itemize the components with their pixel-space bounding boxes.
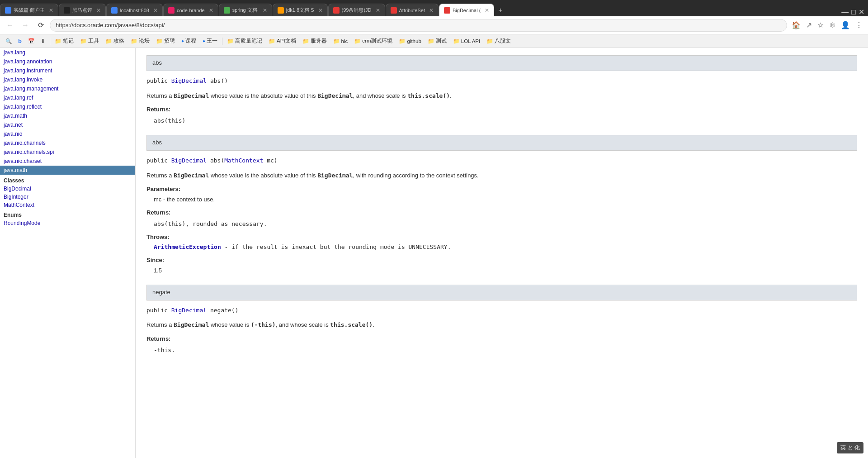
- bookmark-logo[interactable]: b: [15, 37, 24, 45]
- folder-icon: 📁: [333, 38, 340, 44]
- sidebar-item-java-nio-charset[interactable]: java.nio.charset: [0, 157, 135, 166]
- tab-4[interactable]: code-brande ✕: [163, 4, 218, 16]
- address-input[interactable]: [50, 19, 787, 32]
- tab-close-2[interactable]: ✕: [96, 7, 101, 14]
- sidebar-item-java-nio-channels[interactable]: java.nio.channels: [0, 138, 135, 148]
- bookmark-wangyi[interactable]: ● 王一: [200, 37, 220, 45]
- tab-2[interactable]: 黑马点评 ✕: [59, 4, 106, 16]
- window-controls: — □ ✕: [841, 8, 868, 16]
- folder-icon: 📁: [486, 38, 493, 44]
- sidebar-item-java-nio-channels-spi[interactable]: java.nio.channels.spi: [0, 148, 135, 157]
- bookmark-recruit-label: 招聘: [164, 38, 175, 44]
- sidebar-item-java-lang-reflect[interactable]: java.lang.reflect: [0, 102, 135, 111]
- sidebar-item-java-lang-annotation[interactable]: java.lang.annotation: [0, 57, 135, 66]
- bookmark-forum[interactable]: 📁 论坛: [128, 37, 152, 45]
- bookmark-hqnotes[interactable]: 📁 高质量笔记: [224, 37, 265, 45]
- tab-close-9[interactable]: ✕: [485, 7, 489, 14]
- tab-9[interactable]: BigDecimal ( ✕: [439, 4, 494, 16]
- bookmark-notes[interactable]: 📁 笔记: [52, 37, 76, 45]
- bookmark-test[interactable]: 📁 测试: [425, 37, 449, 45]
- bookmark-github[interactable]: 📁 github: [396, 37, 424, 45]
- tab-close-5[interactable]: ✕: [263, 7, 267, 14]
- classname-bigdecimal2[interactable]: BigDecimal: [171, 157, 207, 164]
- sidebar-class-biginteger[interactable]: BigInteger: [0, 193, 135, 201]
- translate-icon[interactable]: 🏠: [790, 19, 802, 31]
- tab-close-6[interactable]: ✕: [318, 7, 323, 14]
- new-tab-button[interactable]: +: [495, 5, 506, 16]
- bookmark-apidoc[interactable]: 📁 API文档: [266, 37, 299, 45]
- extension-icon[interactable]: ⚛: [827, 19, 837, 31]
- tab-favicon-7: [333, 7, 340, 14]
- since-label-abs2: Since:: [146, 256, 857, 265]
- window-close[interactable]: ✕: [859, 8, 864, 16]
- bookmark-guide[interactable]: 📁 攻略: [103, 37, 127, 45]
- bookmark-lolapi[interactable]: 📁 LOL API: [450, 37, 483, 45]
- returns-value-abs1: abs(this): [154, 116, 857, 126]
- sidebar-item-java-math[interactable]: java.math: [0, 111, 135, 120]
- tab-1[interactable]: 实战篇·商户主 ✕: [0, 4, 58, 16]
- tab-close-3[interactable]: ✕: [153, 7, 158, 14]
- bookmark-bagu-label: 八股文: [495, 38, 511, 44]
- menu-icon[interactable]: ⋮: [854, 19, 864, 31]
- bookmark-hqnotes-label: 高质量笔记: [235, 38, 262, 44]
- window-maximize[interactable]: □: [851, 8, 856, 16]
- bookmark-server[interactable]: 📁 服务器: [300, 37, 330, 45]
- share-icon[interactable]: ↗: [804, 19, 814, 31]
- sidebar-item-java-lang[interactable]: java.lang: [0, 48, 135, 57]
- classname-bigdecimal[interactable]: BigDecimal: [171, 77, 207, 84]
- classname-bigdecimal3[interactable]: BigDecimal: [171, 307, 207, 314]
- tab-close-8[interactable]: ✕: [429, 7, 434, 14]
- bookmark-course[interactable]: ● 课程: [179, 37, 199, 45]
- exception-link[interactable]: ArithmeticException: [154, 243, 221, 250]
- tab-close-7[interactable]: ✕: [376, 7, 380, 14]
- folder-icon: 📁: [302, 38, 309, 44]
- reload-button[interactable]: ⟳: [34, 19, 47, 32]
- folder-icon: 📁: [227, 38, 234, 44]
- tab-7[interactable]: (99条消息)JD ✕: [328, 4, 385, 16]
- bookmark-calendar[interactable]: 📅: [25, 37, 37, 45]
- bookmark-crm[interactable]: 📁 crm测试环境: [351, 37, 395, 45]
- star-icon[interactable]: ☆: [816, 19, 826, 31]
- sidebar-item-java-net[interactable]: java.net: [0, 120, 135, 129]
- returns-label-negate: Returns:: [146, 334, 857, 344]
- sidebar-class-bigdecimal[interactable]: BigDecimal: [0, 185, 135, 193]
- bookmark-hic[interactable]: 📁 hic: [330, 37, 351, 45]
- tab-favicon-9: [444, 7, 450, 14]
- params-mathcontext[interactable]: MathContext: [224, 157, 263, 164]
- window-minimize[interactable]: —: [841, 8, 849, 16]
- tab-8[interactable]: AttributeSet ✕: [386, 4, 439, 16]
- sidebar-item-active-java-math[interactable]: java.math: [0, 166, 135, 175]
- sidebar-item-java-lang-ref[interactable]: java.lang.ref: [0, 93, 135, 102]
- bookmark-search[interactable]: 🔍: [3, 37, 14, 45]
- returns-value-abs2: abs(this), rounded as necessary.: [154, 219, 857, 229]
- calendar-icon: 📅: [28, 38, 34, 44]
- logo-icon: b: [18, 38, 22, 44]
- bookmark-download[interactable]: ⬇: [38, 37, 48, 45]
- tab-close-1[interactable]: ✕: [49, 7, 53, 14]
- folder-icon: 📁: [55, 38, 61, 44]
- sidebar-item-java-lang-invoke[interactable]: java.lang.invoke: [0, 75, 135, 84]
- throws-arithmetic: ArithmeticException - if the result is i…: [154, 243, 857, 252]
- folder-icon: 📁: [156, 38, 163, 44]
- tab-label-7: (99条消息)JD: [342, 7, 372, 14]
- back-button[interactable]: ←: [4, 19, 16, 32]
- sidebar-item-java-nio[interactable]: java.nio: [0, 129, 135, 138]
- sidebar-enum-roundingmode[interactable]: RoundingMode: [0, 219, 135, 227]
- sidebar-class-mathcontext[interactable]: MathContext: [0, 201, 135, 209]
- profile-icon[interactable]: 👤: [839, 19, 852, 31]
- tab-3[interactable]: localhost:808 ✕: [106, 4, 163, 16]
- bookmark-tools[interactable]: 📁 工具: [77, 37, 102, 45]
- tab-label-3: localhost:808: [120, 8, 149, 13]
- sidebar-item-java-lang-instrument[interactable]: java.lang.instrument: [0, 66, 135, 75]
- keyword-public2: public: [146, 157, 171, 164]
- tab-close-4[interactable]: ✕: [209, 7, 213, 14]
- since-value-abs2: 1.5: [154, 266, 857, 276]
- bookmark-recruit[interactable]: 📁 招聘: [153, 37, 178, 45]
- returns-value-negate: -this.: [154, 346, 857, 355]
- sidebar-item-java-lang-management[interactable]: java.lang.management: [0, 84, 135, 93]
- forward-button[interactable]: →: [19, 19, 32, 32]
- bookmark-bagu[interactable]: 📁 八股文: [484, 37, 514, 45]
- tab-5[interactable]: spring 文档· ✕: [219, 4, 272, 16]
- params-label-abs2: Parameters:: [146, 185, 857, 194]
- tab-6[interactable]: jdk1.8文档·S ✕: [273, 4, 328, 16]
